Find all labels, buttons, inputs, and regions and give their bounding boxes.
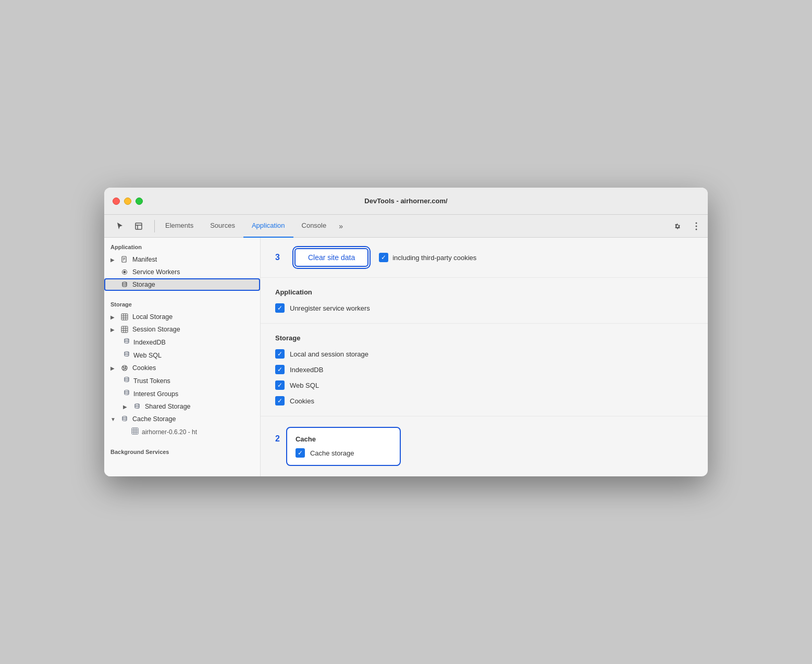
manifest-icon: [120, 256, 129, 263]
svg-rect-27: [132, 428, 138, 434]
tab-console[interactable]: Console: [293, 215, 335, 238]
tab-sources[interactable]: Sources: [202, 215, 243, 238]
interest-groups-icon: [123, 389, 130, 398]
step2-badge: 2: [275, 434, 280, 444]
sidebar-item-indexeddb[interactable]: IndexedDB: [104, 336, 260, 349]
including-cookies-label: including third-party cookies: [392, 254, 476, 262]
tab-application[interactable]: Application: [243, 215, 293, 238]
cookies-checkbox[interactable]: ✓: [275, 396, 285, 405]
sidebar-item-service-workers[interactable]: Service Workers: [104, 266, 260, 278]
storage-section: Storage ✓ Local and session storage ✓ In…: [261, 324, 708, 416]
shared-storage-icon: [132, 403, 142, 410]
web-sql-label: Web SQL: [290, 382, 319, 389]
cache-storage-label: Cache storage: [310, 449, 354, 457]
cookies-icon: [120, 364, 129, 372]
svg-rect-0: [136, 223, 142, 229]
clear-site-data-button[interactable]: Clear site data: [294, 248, 368, 267]
inspect-icon[interactable]: [131, 219, 146, 233]
sidebar-item-cache-storage[interactable]: ▼ Cache Storage: [104, 413, 260, 425]
storage-section-title: Storage: [275, 334, 693, 342]
option-cookies: ✓ Cookies: [275, 396, 693, 405]
tab-divider: [154, 220, 155, 232]
arrow-down-icon: ▼: [110, 416, 117, 422]
sidebar-storage-label: Storage: [132, 281, 256, 288]
svg-point-1: [696, 222, 697, 224]
cache-section-title: Cache: [296, 435, 391, 443]
sidebar-item-trust-tokens[interactable]: Trust Tokens: [104, 374, 260, 387]
web-sql-checkbox[interactable]: ✓: [275, 380, 285, 390]
devtools-window: DevTools - airhorner.com/ Elements S: [104, 188, 708, 476]
cache-storage-checkbox[interactable]: ✓: [296, 448, 305, 458]
sidebar-section-storage: Storage: [104, 295, 260, 311]
cache-section-wrapper: 2 Cache ✓ Cache storage: [261, 416, 708, 476]
sidebar-session-storage-label: Session Storage: [132, 326, 256, 333]
cache-entry-icon: [131, 427, 139, 436]
svg-point-5: [122, 282, 127, 284]
svg-point-2: [696, 225, 697, 227]
option-indexeddb: ✓ IndexedDB: [275, 365, 693, 374]
arrow-icon: ▶: [110, 257, 117, 263]
sidebar-item-shared-storage[interactable]: ▶ Shared Storage: [104, 400, 260, 413]
including-cookies-checkbox[interactable]: ✓: [379, 253, 388, 262]
svg-point-17: [125, 352, 129, 353]
sidebar-interest-groups-label: Interest Groups: [133, 390, 178, 398]
sidebar-item-manifest[interactable]: ▶ Manifest: [104, 253, 260, 266]
arrow-icon: ▶: [123, 404, 129, 410]
svg-point-18: [122, 365, 127, 371]
close-button[interactable]: [113, 198, 120, 205]
tabs-container: Elements Sources Application Console »: [157, 215, 670, 238]
sidebar-shared-storage-label: Shared Storage: [145, 403, 256, 410]
sidebar-item-web-sql[interactable]: Web SQL: [104, 349, 260, 362]
sidebar-item-local-storage[interactable]: ▶ Local Storage: [104, 311, 260, 323]
local-storage-icon: [120, 313, 129, 321]
tab-elements[interactable]: Elements: [157, 215, 202, 238]
sidebar-manifest-label: Manifest: [132, 256, 256, 263]
svg-rect-11: [121, 326, 128, 333]
sidebar-item-storage[interactable]: Storage: [104, 278, 260, 291]
application-section-title: Application: [275, 288, 693, 296]
sidebar-section-background-services: Background Services: [104, 442, 260, 458]
sidebar-item-interest-groups[interactable]: Interest Groups: [104, 387, 260, 400]
sidebar-item-session-storage[interactable]: ▶ Session Storage: [104, 323, 260, 336]
sidebar-item-cache-entry[interactable]: airhorner-0.6.20 - ht: [104, 425, 260, 438]
menu-icon[interactable]: [689, 219, 704, 233]
svg-point-19: [123, 367, 124, 368]
indexeddb-checkbox[interactable]: ✓: [275, 365, 285, 374]
settings-icon[interactable]: [670, 219, 685, 233]
tabbar-right-controls: [670, 219, 704, 233]
option-unregister-sw: ✓ Unregister service workers: [275, 303, 693, 313]
tabbar: Elements Sources Application Console »: [104, 215, 708, 238]
sidebar-trust-tokens-label: Trust Tokens: [133, 377, 170, 385]
svg-point-23: [125, 377, 129, 379]
svg-point-26: [122, 416, 127, 418]
toolbar-icons: [108, 219, 150, 233]
trust-tokens-icon: [123, 376, 130, 385]
titlebar: DevTools - airhorner.com/: [104, 188, 708, 215]
svg-point-21: [124, 368, 125, 370]
arrow-icon: ▶: [110, 365, 117, 371]
minimize-button[interactable]: [124, 198, 131, 205]
svg-point-22: [125, 368, 126, 369]
sidebar-cache-entry-label: airhorner-0.6.20 - ht: [142, 428, 197, 436]
sidebar: Application ▶ Manifest Se: [104, 238, 261, 476]
option-web-sql: ✓ Web SQL: [275, 380, 693, 390]
svg-point-3: [696, 228, 697, 230]
indexeddb-icon: [123, 338, 130, 347]
local-session-label: Local and session storage: [290, 350, 368, 358]
sidebar-indexeddb-label: IndexedDB: [133, 339, 166, 346]
cursor-icon[interactable]: [113, 219, 127, 233]
unregister-sw-checkbox[interactable]: ✓: [275, 303, 285, 313]
maximize-button[interactable]: [136, 198, 143, 205]
svg-point-24: [125, 390, 129, 392]
local-session-checkbox[interactable]: ✓: [275, 349, 285, 359]
more-tabs-button[interactable]: »: [335, 222, 347, 230]
clear-site-data-row: 3 Clear site data ✓ including third-part…: [261, 238, 708, 278]
sidebar-section-application: Application: [104, 238, 260, 253]
arrow-icon: ▶: [110, 314, 117, 320]
indexeddb-label: IndexedDB: [290, 366, 323, 374]
sidebar-cache-storage-label: Cache Storage: [132, 415, 256, 423]
storage-icon: [120, 281, 129, 288]
option-cache-storage: ✓ Cache storage: [296, 448, 391, 458]
sidebar-item-cookies[interactable]: ▶ Cookies: [104, 362, 260, 374]
svg-point-16: [125, 339, 129, 340]
